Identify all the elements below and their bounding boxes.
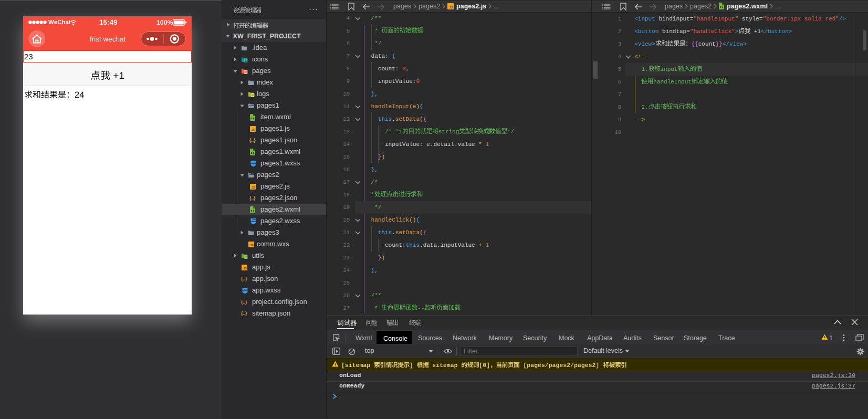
svg-text:{..}: {..} <box>241 299 247 305</box>
svg-text:JS: JS <box>252 186 255 189</box>
svg-text:JS: JS <box>252 128 255 131</box>
svg-text:JS: JS <box>449 5 453 9</box>
svg-text:{..}: {..} <box>241 276 247 281</box>
svg-text:JS: JS <box>250 244 254 247</box>
svg-text:{..}: {..} <box>249 195 256 201</box>
svg-text:{..}: {..} <box>241 311 247 316</box>
svg-text:{..}: {..} <box>249 138 256 143</box>
svg-text:JS: JS <box>243 267 247 270</box>
